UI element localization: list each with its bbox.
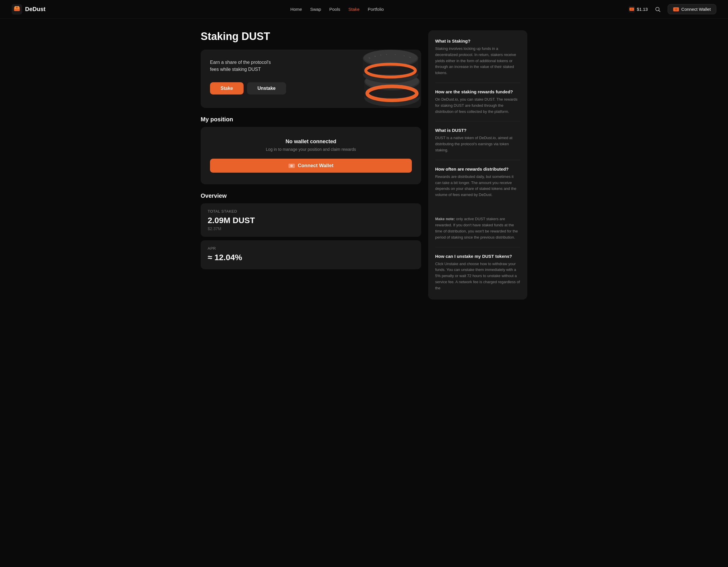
no-wallet-title: No wallet connected (210, 139, 412, 145)
total-staked-label: Total staked (208, 209, 414, 213)
logo[interactable]: DeDust (12, 4, 45, 15)
nav-portfolio[interactable]: Portfolio (368, 7, 384, 12)
position-section-title: My position (201, 116, 421, 123)
apr-label: APR (208, 246, 414, 251)
token-price-display: $1.13 (629, 6, 648, 13)
connect-wallet-main-label: Connect Wallet (298, 163, 333, 169)
faq-answer-2: DUST is a native token of DeDust.io, aim… (435, 135, 520, 153)
search-icon (655, 6, 661, 12)
svg-line-23 (395, 54, 395, 55)
apr-value: ≈ 12.04% (208, 253, 414, 262)
position-card: No wallet connected Log in to manage you… (201, 127, 421, 184)
connect-wallet-header-button[interactable]: Connect Wallet (668, 4, 716, 14)
faq-item-2: What is DUST?DUST is a native token of D… (435, 128, 520, 160)
faq-question-4: How can I unstake my DUST tokens? (435, 254, 520, 259)
apr-card: APR ≈ 12.04% (201, 240, 421, 269)
faq-answer-1: On DeDust.io, you can stake DUST. The re… (435, 97, 520, 115)
nav-swap[interactable]: Swap (310, 7, 321, 12)
faq-question-2: What is DUST? (435, 128, 520, 133)
total-staked-usd: $2.37M (208, 226, 414, 231)
page-title: Staking DUST (201, 30, 421, 43)
nav-stake[interactable]: Stake (349, 7, 360, 12)
stake-button[interactable]: Stake (210, 82, 244, 95)
faq-card: What is Staking?Staking involves locking… (428, 30, 527, 300)
right-column: What is Staking?Staking involves locking… (428, 30, 527, 300)
dust-token-icon (629, 6, 635, 13)
faq-item-3: How often are rewards distributed?Reward… (435, 167, 520, 247)
wallet-icon-main (288, 164, 295, 168)
faq-question-0: What is Staking? (435, 39, 520, 43)
search-button[interactable] (652, 4, 663, 15)
connect-wallet-header-label: Connect Wallet (681, 7, 711, 12)
logo-icon (12, 4, 22, 15)
hero-card: Earn a share of the protocol's fees whil… (201, 50, 421, 108)
faq-answer-4: Click Unstake and choose how to withdraw… (435, 261, 520, 291)
wallet-icon (673, 7, 679, 11)
faq-question-1: How are the staking rewards funded? (435, 89, 520, 94)
faq-answer-0: Staking involves locking up funds in a d… (435, 46, 520, 76)
overview-section-title: Overview (201, 193, 421, 199)
unstake-button[interactable]: Unstake (247, 82, 286, 95)
header-right: $1.13 Connect Wallet (629, 4, 716, 15)
main-nav: Home Swap Pools Stake Portfolio (290, 7, 384, 12)
hero-card-text: Earn a share of the protocol's fees whil… (210, 59, 311, 95)
faq-answer-3: Rewards are distributed daily, but somet… (435, 174, 520, 241)
total-staked-card: Total staked 2.09M DUST $2.37M (201, 203, 421, 237)
faq-item-1: How are the staking rewards funded?On De… (435, 89, 520, 121)
total-staked-value: 2.09M DUST (208, 216, 414, 225)
svg-point-6 (631, 8, 633, 10)
nav-home[interactable]: Home (290, 7, 302, 12)
svg-point-3 (16, 7, 18, 8)
logo-text: DeDust (25, 6, 45, 13)
connect-wallet-main-button[interactable]: Connect Wallet (210, 159, 412, 173)
no-wallet-subtitle: Log in to manage your position and claim… (210, 147, 412, 152)
nav-pools[interactable]: Pools (329, 7, 340, 12)
coin-illustration (345, 50, 421, 108)
svg-line-22 (386, 54, 387, 55)
overview-cards: Total staked 2.09M DUST $2.37M APR ≈ 12.… (201, 203, 421, 269)
faq-item-4: How can I unstake my DUST tokens?Click U… (435, 254, 520, 291)
svg-line-8 (659, 10, 660, 12)
token-price-value: $1.13 (637, 7, 648, 12)
faq-question-3: How often are rewards distributed? (435, 167, 520, 171)
hero-buttons: Stake Unstake (210, 82, 311, 95)
left-column: Staking DUST Earn a share of the protoco… (201, 30, 421, 300)
faq-item-0: What is Staking?Staking involves locking… (435, 39, 520, 83)
hero-description: Earn a share of the protocol's fees whil… (210, 59, 311, 73)
